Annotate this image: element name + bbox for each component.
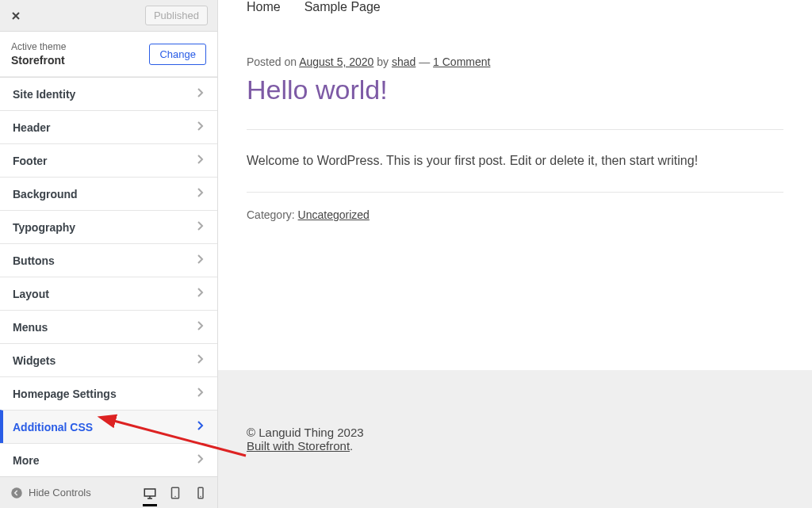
panel-item-additional-css[interactable]: Additional CSS	[0, 410, 217, 443]
sidebar-bottom: Hide Controls	[0, 476, 217, 508]
by-prefix: by	[373, 55, 392, 68]
built-with-link[interactable]: Built with Storefront	[247, 439, 350, 453]
theme-name: Storefront	[11, 54, 66, 67]
svg-point-0	[11, 487, 22, 498]
close-button[interactable]	[10, 10, 22, 22]
theme-row: Active theme Storefront Change	[0, 32, 217, 77]
post-category: Category: Uncategorized	[247, 192, 783, 221]
comments-link[interactable]: 1 Comment	[433, 55, 490, 68]
panel-item-layout[interactable]: Layout	[0, 277, 217, 310]
collapse-icon	[10, 486, 24, 500]
panel-item-menus[interactable]: Menus	[0, 310, 217, 343]
chevron-right-icon	[197, 87, 205, 101]
category-prefix: Category:	[247, 208, 298, 221]
chevron-right-icon	[197, 353, 205, 367]
panel-item-header[interactable]: Header	[0, 110, 217, 143]
chevron-right-icon	[197, 320, 205, 334]
footer-period: .	[350, 439, 353, 453]
svg-point-5	[200, 495, 201, 497]
mobile-device-button[interactable]	[193, 486, 208, 500]
chevron-right-icon	[197, 154, 205, 167]
panel-item-label: Background	[13, 188, 78, 201]
chevron-right-icon	[197, 287, 205, 300]
panel-item-label: Site Identity	[13, 88, 75, 101]
panel-item-label: Additional CSS	[13, 421, 93, 434]
hide-controls-label: Hide Controls	[29, 487, 91, 498]
post-date-link[interactable]: August 5, 2020	[299, 55, 373, 68]
panel-item-buttons[interactable]: Buttons	[0, 243, 217, 277]
hide-controls-button[interactable]: Hide Controls	[10, 486, 91, 500]
panel-item-label: Header	[13, 121, 50, 134]
tablet-device-button[interactable]	[168, 486, 182, 500]
copyright-text: © Languid Thing 2023	[247, 426, 783, 439]
meta-dash: —	[416, 55, 433, 68]
main-content: Posted on August 5, 2020 by shad — 1 Com…	[218, 24, 812, 370]
desktop-device-button[interactable]	[143, 487, 157, 506]
panel-item-homepage-settings[interactable]: Homepage Settings	[0, 376, 217, 410]
panel-item-label: Typography	[13, 221, 75, 234]
change-theme-button[interactable]: Change	[149, 44, 206, 65]
panel-item-site-identity[interactable]: Site Identity	[0, 77, 217, 110]
chevron-right-icon	[197, 387, 205, 400]
chevron-right-icon	[197, 254, 205, 267]
category-link[interactable]: Uncategorized	[298, 208, 370, 221]
post-title[interactable]: Hello world!	[247, 74, 783, 105]
svg-rect-1	[144, 489, 155, 496]
post-body: Welcome to WordPress. This is your first…	[247, 154, 783, 168]
svg-point-3	[174, 495, 176, 497]
divider	[247, 129, 783, 130]
author-link[interactable]: shad	[392, 55, 416, 68]
theme-label: Active theme	[11, 41, 66, 52]
desktop-icon	[143, 487, 157, 501]
panel-item-footer[interactable]: Footer	[0, 143, 217, 177]
tablet-icon	[168, 486, 182, 500]
site-nav: HomeSample Page	[218, 0, 812, 24]
preview-pane: HomeSample Page Posted on August 5, 2020…	[218, 0, 812, 508]
nav-item-home[interactable]: Home	[247, 0, 281, 14]
chevron-right-icon	[197, 453, 205, 467]
close-icon	[10, 9, 22, 23]
panel-item-label: Buttons	[13, 254, 55, 267]
panel-item-label: Widgets	[13, 354, 56, 367]
panel-list: Site IdentityHeaderFooterBackgroundTypog…	[0, 77, 217, 476]
chevron-right-icon	[197, 187, 205, 201]
chevron-right-icon	[197, 220, 205, 234]
nav-item-sample-page[interactable]: Sample Page	[304, 0, 381, 14]
panel-item-label: Homepage Settings	[13, 388, 117, 400]
panel-item-label: Menus	[13, 321, 48, 334]
device-switcher	[143, 486, 208, 500]
panel-item-widgets[interactable]: Widgets	[0, 343, 217, 376]
post-meta: Posted on August 5, 2020 by shad — 1 Com…	[247, 55, 783, 68]
sidebar-topbar: Published	[0, 0, 217, 32]
panel-item-background[interactable]: Background	[0, 177, 217, 210]
customizer-sidebar: Published Active theme Storefront Change…	[0, 0, 218, 508]
published-button[interactable]: Published	[145, 6, 208, 25]
chevron-right-icon	[197, 420, 205, 434]
site-footer: © Languid Thing 2023 Built with Storefro…	[218, 370, 812, 508]
mobile-icon	[193, 486, 208, 500]
panel-item-typography[interactable]: Typography	[0, 210, 217, 243]
panel-item-label: Footer	[13, 155, 48, 167]
panel-item-more[interactable]: More	[0, 443, 217, 476]
panel-item-label: More	[13, 454, 39, 467]
chevron-right-icon	[197, 120, 205, 134]
posted-on-prefix: Posted on	[247, 55, 299, 68]
panel-item-label: Layout	[13, 288, 49, 300]
